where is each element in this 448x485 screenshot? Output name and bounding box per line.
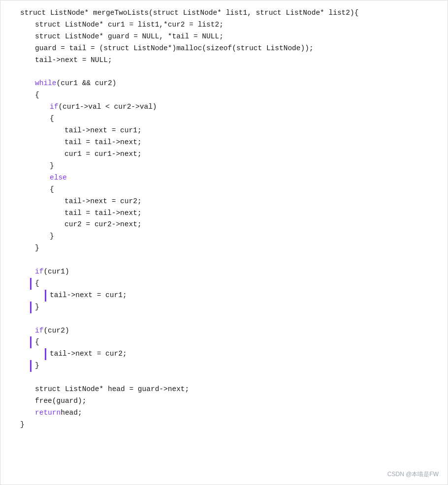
code-line: if(cur2)	[20, 325, 438, 337]
code-token: if	[35, 325, 43, 337]
code-line: tail = tail->next;	[20, 137, 438, 149]
code-line: guard = tail = (struct ListNode*)malloc(…	[20, 43, 438, 55]
code-line: return head;	[20, 407, 438, 419]
vertical-bar	[30, 278, 32, 290]
code-token: }	[20, 419, 25, 431]
code-line: struct ListNode* cur1 = list1,*cur2 = li…	[20, 19, 438, 31]
vertical-bar	[30, 360, 32, 372]
code-token: tail->next = NULL;	[35, 55, 112, 66]
code-line: {	[20, 184, 438, 196]
code-token: tail->next = cur2;	[64, 196, 142, 208]
code-token: cur1 = cur1->next;	[64, 149, 142, 160]
code-line: while(cur1 && cur2)	[20, 78, 438, 90]
watermark: CSDN @本喵是FW	[387, 470, 439, 479]
vertical-bar	[30, 336, 32, 348]
code-line	[20, 313, 438, 325]
code-line	[20, 66, 438, 78]
code-token: if	[50, 101, 58, 113]
code-token: free(guard);	[35, 395, 86, 407]
code-line	[20, 372, 438, 384]
code-token: tail->next = cur1;	[50, 290, 127, 302]
code-line: tail->next = cur2;	[20, 196, 438, 208]
code-token: if	[35, 266, 43, 278]
code-token: }	[35, 302, 39, 313]
code-token: (cur1 && cur2)	[57, 78, 117, 90]
vertical-bar	[45, 290, 46, 302]
code-line: else	[20, 172, 438, 184]
code-line: if(cur1->val < cur2->val)	[20, 101, 438, 113]
code-line: }	[20, 160, 438, 172]
code-token: }	[50, 160, 54, 172]
code-line: {	[20, 336, 438, 348]
code-token: while	[35, 78, 57, 90]
code-line: {	[20, 278, 438, 290]
code-token: return	[35, 407, 61, 419]
code-token: {	[50, 113, 54, 125]
code-line: }	[20, 302, 438, 313]
code-line: tail->next = cur1;	[20, 290, 438, 302]
code-token: struct ListNode* head = guard->next;	[35, 384, 189, 395]
code-token: head;	[61, 407, 82, 419]
code-line: {	[20, 90, 438, 101]
code-line: tail->next = cur2;	[20, 348, 438, 360]
code-area: struct ListNode* mergeTwoLists(struct Li…	[0, 0, 448, 451]
code-line: cur2 = cur2->next;	[20, 219, 438, 231]
code-token: {	[50, 184, 54, 196]
code-line: tail = tail->next;	[20, 208, 438, 219]
code-line: }	[20, 231, 438, 242]
code-line: }	[20, 360, 438, 372]
code-token: (cur1->val < cur2->val)	[58, 101, 157, 113]
code-token: tail = tail->next;	[64, 208, 142, 219]
code-token: cur2 = cur2->next;	[64, 219, 142, 231]
code-token: }	[50, 231, 54, 242]
code-token: struct ListNode* mergeTwoLists(struct Li…	[20, 7, 358, 19]
code-token: {	[35, 278, 39, 290]
code-line	[20, 254, 438, 266]
code-token: {	[35, 336, 39, 348]
code-token: guard = tail = (struct ListNode*)malloc(…	[35, 43, 314, 55]
code-line: struct ListNode* mergeTwoLists(struct Li…	[20, 7, 438, 19]
code-line: tail->next = cur1;	[20, 125, 438, 137]
code-token: }	[35, 360, 39, 372]
code-line: if(cur1)	[20, 266, 438, 278]
code-token: tail->next = cur1;	[64, 125, 142, 137]
code-line: struct ListNode* head = guard->next;	[20, 384, 438, 395]
code-line: }	[20, 419, 438, 431]
code-token: tail->next = cur2;	[50, 348, 127, 360]
code-line: cur1 = cur1->next;	[20, 149, 438, 160]
code-line: {	[20, 113, 438, 125]
code-token: }	[35, 242, 39, 254]
vertical-bar	[45, 348, 46, 360]
code-token: tail = tail->next;	[64, 137, 142, 149]
code-line: struct ListNode* guard = NULL, *tail = N…	[20, 31, 438, 43]
code-token: (cur1)	[43, 266, 69, 278]
code-token: {	[35, 90, 39, 101]
code-token: struct ListNode* cur1 = list1,*cur2 = li…	[35, 19, 224, 31]
code-line: free(guard);	[20, 395, 438, 407]
code-token: struct ListNode* guard = NULL, *tail = N…	[35, 31, 224, 43]
code-token: else	[50, 172, 67, 184]
vertical-bar	[30, 302, 32, 313]
code-line: }	[20, 242, 438, 254]
code-line: tail->next = NULL;	[20, 55, 438, 66]
code-token: (cur2)	[43, 325, 69, 337]
code-container: struct ListNode* mergeTwoLists(struct Li…	[0, 0, 448, 485]
